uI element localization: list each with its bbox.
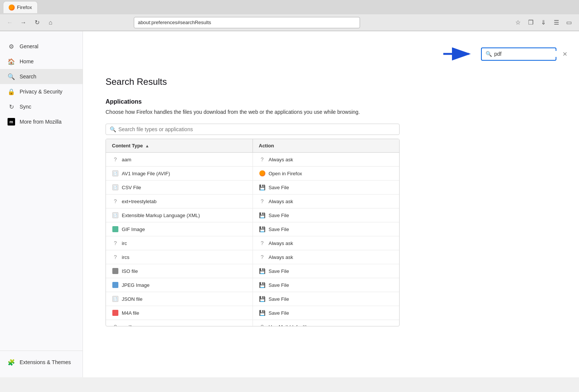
file-search-icon: 🔍 <box>110 126 116 132</box>
library-button[interactable]: ☰ <box>551 17 562 28</box>
cell-action: ? Use Mail (default) <box>253 320 400 326</box>
table-row[interactable]: ? irc ? Always ask <box>106 236 399 250</box>
action-label: Save File <box>269 310 289 316</box>
preferences-search-box[interactable]: 🔍 ✕ <box>481 47 556 61</box>
sidebar-item-home[interactable]: 🏠 Home <box>0 54 83 69</box>
file-type-icon: ? <box>112 254 119 260</box>
arrow-indicator <box>443 46 473 61</box>
content-type-label: Extensible Markup Language (XML) <box>122 213 200 218</box>
file-type-icon: 📄 <box>112 212 119 219</box>
cell-action: 💾 Save File <box>253 264 400 278</box>
table-row[interactable]: GIF Image 💾 Save File <box>106 222 399 236</box>
content-type-label: aam <box>122 157 131 162</box>
file-type-icon: ? <box>112 156 119 163</box>
table-row[interactable]: 📄 Extensible Markup Language (XML) 💾 Sav… <box>106 208 399 222</box>
action-icon: ? <box>259 198 266 205</box>
action-icon: 💾 <box>259 212 266 219</box>
cell-action: ? Always ask <box>253 250 400 264</box>
cell-action: 💾 Save File <box>253 306 400 320</box>
table-row[interactable]: ISO file 💾 Save File <box>106 264 399 278</box>
cell-action: Open in Firefox <box>253 167 400 180</box>
file-type-search-box[interactable]: 🔍 <box>106 124 400 135</box>
back-button[interactable]: ← <box>5 17 15 28</box>
action-label: Save File <box>269 282 289 288</box>
table-row[interactable]: M4A file 💾 Save File <box>106 306 399 320</box>
cell-action: ? Always ask <box>253 236 400 250</box>
browser-tab[interactable]: Firefox <box>3 1 38 13</box>
file-type-icon <box>112 282 119 288</box>
action-icon <box>259 170 266 177</box>
content-type-label: ISO file <box>122 268 138 274</box>
firefox-tab-icon <box>9 5 15 11</box>
action-icon: 💾 <box>259 282 266 288</box>
action-icon: 💾 <box>259 268 266 274</box>
action-label: Always ask <box>269 199 293 204</box>
action-label: Always ask <box>269 157 293 162</box>
sidebar: ⚙ General 🏠 Home 🔍 Search 🔒 Privacy & Se… <box>0 31 83 377</box>
table-row[interactable]: ? ext+treestyletab ? Always ask <box>106 194 399 208</box>
cell-action: ? Always ask <box>253 194 400 208</box>
file-type-icon <box>112 226 119 233</box>
arrow-svg <box>443 46 473 61</box>
file-type-icon: ? <box>112 240 119 247</box>
sidebar-toggle-button[interactable]: ▭ <box>564 17 574 28</box>
action-label: Save File <box>269 296 289 302</box>
file-type-search-input[interactable] <box>118 126 395 132</box>
reload-button[interactable]: ↻ <box>32 17 42 28</box>
browser-toolbar: ← → ↻ ⌂ about:preferences#searchResults … <box>0 14 579 31</box>
action-label: Save File <box>269 213 289 218</box>
toolbar-right: ☆ ❒ ⇓ ☰ ▭ <box>513 17 574 28</box>
cell-content-type: ? ircs <box>106 250 253 264</box>
sidebar-item-extensions[interactable]: 🧩 Extensions & Themes <box>0 355 83 370</box>
cell-content-type: 📄 JSON file <box>106 292 253 306</box>
sidebar-item-general[interactable]: ⚙ General <box>0 39 83 54</box>
gear-icon: ⚙ <box>8 43 15 50</box>
file-type-icon: 📄 <box>112 296 119 302</box>
sidebar-spacer <box>0 129 83 351</box>
sidebar-label-search: Search <box>20 74 36 80</box>
content-type-label: JPEG Image <box>122 282 150 288</box>
pocket-button[interactable]: ❒ <box>525 17 536 28</box>
address-bar[interactable]: about:preferences#searchResults <box>134 17 360 28</box>
home-button[interactable]: ⌂ <box>45 17 56 28</box>
table-row[interactable]: 📄 AV1 Image File (AVIF) Open in Firefox <box>106 167 399 181</box>
mozilla-icon: m <box>8 118 15 126</box>
table-row[interactable]: ? aam ? Always ask <box>106 153 399 167</box>
content-type-label: ext+treestyletab <box>122 199 156 204</box>
table-row[interactable]: 📄 CSV File 💾 Save File <box>106 181 399 194</box>
search-box-icon: 🔍 <box>486 51 492 57</box>
applications-section-desc: Choose how Firefox handles the files you… <box>106 108 400 116</box>
file-table: Content Type ▲ Action ? aam ? Always ask… <box>106 139 400 326</box>
file-type-icon <box>112 268 119 274</box>
sidebar-item-privacy[interactable]: 🔒 Privacy & Security <box>0 84 83 99</box>
table-row[interactable]: ? ircs ? Always ask <box>106 250 399 264</box>
action-label: Always ask <box>269 240 293 246</box>
cell-action: 💾 Save File <box>253 181 400 194</box>
action-icon: 💾 <box>259 226 266 233</box>
content-type-label: mailto <box>122 324 135 326</box>
sidebar-item-search[interactable]: 🔍 Search <box>0 69 83 84</box>
table-row[interactable]: 📄 JSON file 💾 Save File <box>106 292 399 306</box>
download-button[interactable]: ⇓ <box>538 17 549 28</box>
cell-action: 💾 Save File <box>253 292 400 306</box>
action-icon: 💾 <box>259 184 266 191</box>
cell-action: 💾 Save File <box>253 208 400 222</box>
sidebar-item-mozilla[interactable]: m More from Mozilla <box>0 114 83 129</box>
bookmark-button[interactable]: ☆ <box>513 17 523 28</box>
forward-button[interactable]: → <box>18 17 29 28</box>
sync-icon: ↻ <box>8 103 15 110</box>
sidebar-label-mozilla: More from Mozilla <box>20 119 61 125</box>
table-row[interactable]: ? mailto ? Use Mail (default) <box>106 320 399 326</box>
table-row[interactable]: JPEG Image 💾 Save File <box>106 278 399 292</box>
col-content-type-header[interactable]: Content Type ▲ <box>106 139 253 152</box>
table-body: ? aam ? Always ask 📄 AV1 Image File (AVI… <box>106 153 399 326</box>
action-label: Always ask <box>269 254 293 260</box>
content-type-label: CSV File <box>122 185 141 190</box>
search-clear-button[interactable]: ✕ <box>562 51 567 58</box>
cell-content-type: 📄 Extensible Markup Language (XML) <box>106 208 253 222</box>
preferences-search-input[interactable] <box>494 51 560 57</box>
sidebar-item-sync[interactable]: ↻ Sync <box>0 99 83 114</box>
content-type-label: AV1 Image File (AVIF) <box>122 171 170 176</box>
cell-action: 💾 Save File <box>253 222 400 236</box>
action-icon: ? <box>259 323 266 326</box>
